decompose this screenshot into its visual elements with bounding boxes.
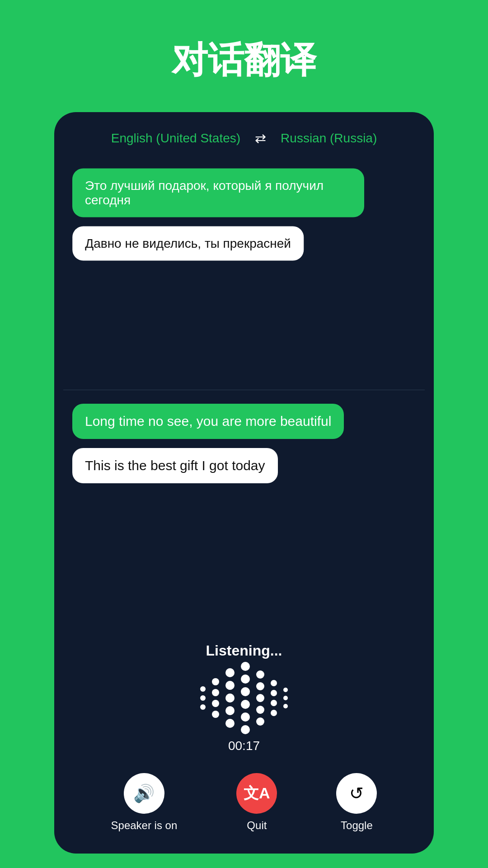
waveform-col-2 — [212, 678, 219, 718]
dot — [256, 706, 264, 714]
waveform-col-1 — [200, 686, 206, 710]
swap-languages-icon[interactable]: ⇄ — [255, 130, 266, 146]
dot — [225, 719, 235, 728]
chat-bottom-area: Long time no see, you are more beautiful… — [54, 390, 434, 629]
dot — [200, 686, 206, 692]
toggle-control: ↺ Toggle — [336, 773, 377, 832]
speaker-icon: 🔊 — [133, 783, 155, 803]
dot — [225, 693, 235, 703]
dot — [241, 662, 250, 671]
dot — [271, 690, 277, 696]
dot — [241, 700, 250, 709]
phone-card: English (United States) ⇄ Russian (Russi… — [54, 112, 434, 854]
language-header: English (United States) ⇄ Russian (Russi… — [54, 112, 434, 160]
dot — [256, 694, 264, 702]
dot — [256, 717, 264, 726]
dot — [212, 700, 219, 707]
dot — [241, 687, 250, 696]
dot — [212, 678, 219, 685]
dot — [241, 675, 250, 684]
speaker-button[interactable]: 🔊 — [124, 773, 164, 814]
waveform-col-5 — [256, 670, 264, 726]
dot — [225, 668, 235, 677]
toggle-label: Toggle — [341, 819, 373, 832]
dot — [200, 695, 206, 701]
message-top-white: Давно не виделись, ты прекрасней — [72, 226, 304, 261]
dot — [241, 725, 250, 734]
dot — [271, 710, 277, 716]
dot — [212, 689, 219, 696]
speaker-label: Speaker is on — [111, 819, 178, 832]
waveform — [200, 666, 288, 730]
source-language[interactable]: English (United States) — [111, 131, 240, 146]
toggle-button[interactable]: ↺ — [336, 773, 377, 814]
waveform-col-7 — [283, 688, 288, 708]
waveform-col-4 — [241, 662, 250, 734]
dot — [271, 680, 277, 686]
listening-section: Listening... — [54, 629, 434, 762]
quit-control: 文A Quit — [236, 773, 277, 832]
toggle-icon: ↺ — [349, 783, 364, 803]
dot — [225, 706, 235, 715]
dot — [200, 704, 206, 710]
bottom-controls: 🔊 Speaker is on 文A Quit ↺ Toggle — [54, 762, 434, 854]
dot — [241, 712, 250, 722]
waveform-col-3 — [225, 668, 235, 728]
message-bottom-green: Long time no see, you are more beautiful — [72, 404, 344, 439]
translate-icon: 文A — [244, 783, 270, 804]
recording-timer: 00:17 — [228, 739, 260, 753]
speaker-control: 🔊 Speaker is on — [111, 773, 178, 832]
target-language[interactable]: Russian (Russia) — [281, 131, 377, 146]
dot — [283, 688, 288, 692]
dot — [271, 700, 277, 706]
dot — [225, 681, 235, 690]
dot — [256, 682, 264, 690]
message-bottom-white: This is the best gift I got today — [72, 448, 278, 483]
listening-label: Listening... — [206, 642, 282, 659]
dot — [283, 696, 288, 700]
quit-button[interactable]: 文A — [236, 773, 277, 814]
quit-label: Quit — [247, 819, 267, 832]
waveform-col-6 — [271, 680, 277, 716]
dot — [212, 711, 219, 718]
message-top-green: Это лучший подарок, который я получил се… — [72, 169, 364, 217]
dot — [283, 704, 288, 708]
page-title: 对话翻译 — [172, 36, 316, 85]
dot — [256, 670, 264, 679]
chat-top-area: Давно не виделись, ты прекрасней Это луч… — [54, 160, 434, 390]
